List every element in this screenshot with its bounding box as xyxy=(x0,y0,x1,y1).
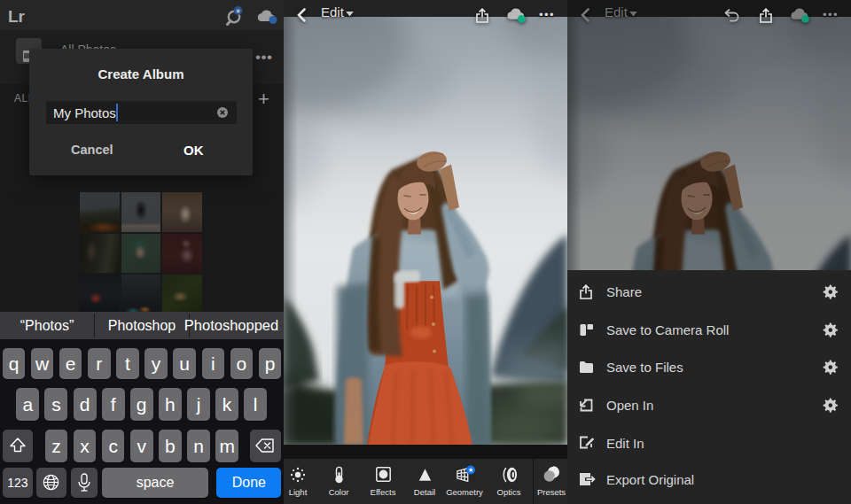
svg-text:★: ★ xyxy=(235,7,241,15)
svg-text:★: ★ xyxy=(468,466,474,474)
